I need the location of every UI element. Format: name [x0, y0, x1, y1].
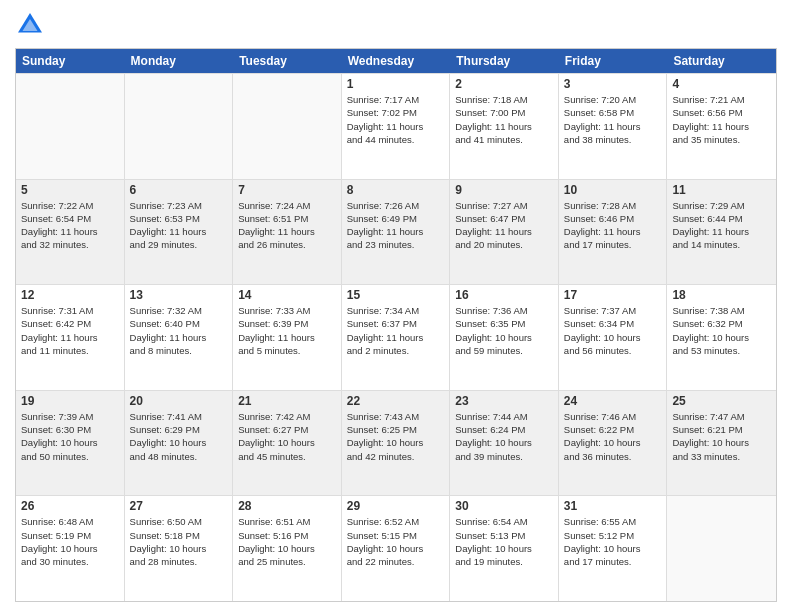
calendar-cell: 4Sunrise: 7:21 AM Sunset: 6:56 PM Daylig… [667, 74, 776, 179]
day-number: 27 [130, 499, 228, 513]
calendar-cell: 10Sunrise: 7:28 AM Sunset: 6:46 PM Dayli… [559, 180, 668, 285]
cell-info: Sunrise: 7:33 AM Sunset: 6:39 PM Dayligh… [238, 304, 336, 357]
calendar-cell: 23Sunrise: 7:44 AM Sunset: 6:24 PM Dayli… [450, 391, 559, 496]
calendar-cell: 19Sunrise: 7:39 AM Sunset: 6:30 PM Dayli… [16, 391, 125, 496]
cell-info: Sunrise: 7:27 AM Sunset: 6:47 PM Dayligh… [455, 199, 553, 252]
calendar-cell [667, 496, 776, 601]
calendar-cell: 17Sunrise: 7:37 AM Sunset: 6:34 PM Dayli… [559, 285, 668, 390]
calendar-cell: 3Sunrise: 7:20 AM Sunset: 6:58 PM Daylig… [559, 74, 668, 179]
calendar-cell: 29Sunrise: 6:52 AM Sunset: 5:15 PM Dayli… [342, 496, 451, 601]
cell-info: Sunrise: 7:44 AM Sunset: 6:24 PM Dayligh… [455, 410, 553, 463]
calendar-cell: 7Sunrise: 7:24 AM Sunset: 6:51 PM Daylig… [233, 180, 342, 285]
day-number: 25 [672, 394, 771, 408]
calendar-cell: 25Sunrise: 7:47 AM Sunset: 6:21 PM Dayli… [667, 391, 776, 496]
calendar: SundayMondayTuesdayWednesdayThursdayFrid… [15, 48, 777, 602]
calendar-cell: 2Sunrise: 7:18 AM Sunset: 7:00 PM Daylig… [450, 74, 559, 179]
calendar-cell [16, 74, 125, 179]
weekday-header: Wednesday [342, 49, 451, 73]
calendar-cell: 5Sunrise: 7:22 AM Sunset: 6:54 PM Daylig… [16, 180, 125, 285]
weekday-header: Tuesday [233, 49, 342, 73]
calendar-cell: 6Sunrise: 7:23 AM Sunset: 6:53 PM Daylig… [125, 180, 234, 285]
cell-info: Sunrise: 6:55 AM Sunset: 5:12 PM Dayligh… [564, 515, 662, 568]
logo-icon [15, 10, 45, 40]
calendar-cell: 28Sunrise: 6:51 AM Sunset: 5:16 PM Dayli… [233, 496, 342, 601]
day-number: 14 [238, 288, 336, 302]
day-number: 5 [21, 183, 119, 197]
day-number: 13 [130, 288, 228, 302]
day-number: 9 [455, 183, 553, 197]
cell-info: Sunrise: 7:31 AM Sunset: 6:42 PM Dayligh… [21, 304, 119, 357]
cell-info: Sunrise: 7:24 AM Sunset: 6:51 PM Dayligh… [238, 199, 336, 252]
calendar-cell: 30Sunrise: 6:54 AM Sunset: 5:13 PM Dayli… [450, 496, 559, 601]
calendar-cell [125, 74, 234, 179]
day-number: 28 [238, 499, 336, 513]
calendar-cell: 31Sunrise: 6:55 AM Sunset: 5:12 PM Dayli… [559, 496, 668, 601]
day-number: 11 [672, 183, 771, 197]
calendar-cell: 18Sunrise: 7:38 AM Sunset: 6:32 PM Dayli… [667, 285, 776, 390]
day-number: 2 [455, 77, 553, 91]
cell-info: Sunrise: 6:54 AM Sunset: 5:13 PM Dayligh… [455, 515, 553, 568]
calendar-cell: 24Sunrise: 7:46 AM Sunset: 6:22 PM Dayli… [559, 391, 668, 496]
cell-info: Sunrise: 6:48 AM Sunset: 5:19 PM Dayligh… [21, 515, 119, 568]
calendar-cell: 21Sunrise: 7:42 AM Sunset: 6:27 PM Dayli… [233, 391, 342, 496]
calendar-row: 1Sunrise: 7:17 AM Sunset: 7:02 PM Daylig… [16, 73, 776, 179]
cell-info: Sunrise: 7:18 AM Sunset: 7:00 PM Dayligh… [455, 93, 553, 146]
day-number: 23 [455, 394, 553, 408]
cell-info: Sunrise: 7:46 AM Sunset: 6:22 PM Dayligh… [564, 410, 662, 463]
cell-info: Sunrise: 7:47 AM Sunset: 6:21 PM Dayligh… [672, 410, 771, 463]
day-number: 18 [672, 288, 771, 302]
cell-info: Sunrise: 7:43 AM Sunset: 6:25 PM Dayligh… [347, 410, 445, 463]
day-number: 20 [130, 394, 228, 408]
calendar-body: 1Sunrise: 7:17 AM Sunset: 7:02 PM Daylig… [16, 73, 776, 601]
day-number: 8 [347, 183, 445, 197]
cell-info: Sunrise: 7:41 AM Sunset: 6:29 PM Dayligh… [130, 410, 228, 463]
weekday-header: Thursday [450, 49, 559, 73]
day-number: 16 [455, 288, 553, 302]
cell-info: Sunrise: 7:37 AM Sunset: 6:34 PM Dayligh… [564, 304, 662, 357]
cell-info: Sunrise: 7:17 AM Sunset: 7:02 PM Dayligh… [347, 93, 445, 146]
day-number: 21 [238, 394, 336, 408]
cell-info: Sunrise: 6:52 AM Sunset: 5:15 PM Dayligh… [347, 515, 445, 568]
calendar-cell: 14Sunrise: 7:33 AM Sunset: 6:39 PM Dayli… [233, 285, 342, 390]
day-number: 6 [130, 183, 228, 197]
day-number: 7 [238, 183, 336, 197]
calendar-cell: 12Sunrise: 7:31 AM Sunset: 6:42 PM Dayli… [16, 285, 125, 390]
calendar-header: SundayMondayTuesdayWednesdayThursdayFrid… [16, 49, 776, 73]
day-number: 30 [455, 499, 553, 513]
day-number: 10 [564, 183, 662, 197]
calendar-cell: 11Sunrise: 7:29 AM Sunset: 6:44 PM Dayli… [667, 180, 776, 285]
calendar-cell: 15Sunrise: 7:34 AM Sunset: 6:37 PM Dayli… [342, 285, 451, 390]
day-number: 1 [347, 77, 445, 91]
calendar-cell: 9Sunrise: 7:27 AM Sunset: 6:47 PM Daylig… [450, 180, 559, 285]
page: SundayMondayTuesdayWednesdayThursdayFrid… [0, 0, 792, 612]
weekday-header: Friday [559, 49, 668, 73]
day-number: 12 [21, 288, 119, 302]
day-number: 4 [672, 77, 771, 91]
cell-info: Sunrise: 7:20 AM Sunset: 6:58 PM Dayligh… [564, 93, 662, 146]
cell-info: Sunrise: 7:28 AM Sunset: 6:46 PM Dayligh… [564, 199, 662, 252]
cell-info: Sunrise: 7:23 AM Sunset: 6:53 PM Dayligh… [130, 199, 228, 252]
calendar-row: 26Sunrise: 6:48 AM Sunset: 5:19 PM Dayli… [16, 495, 776, 601]
day-number: 24 [564, 394, 662, 408]
calendar-row: 19Sunrise: 7:39 AM Sunset: 6:30 PM Dayli… [16, 390, 776, 496]
day-number: 29 [347, 499, 445, 513]
calendar-cell: 20Sunrise: 7:41 AM Sunset: 6:29 PM Dayli… [125, 391, 234, 496]
calendar-cell: 8Sunrise: 7:26 AM Sunset: 6:49 PM Daylig… [342, 180, 451, 285]
day-number: 22 [347, 394, 445, 408]
calendar-cell: 16Sunrise: 7:36 AM Sunset: 6:35 PM Dayli… [450, 285, 559, 390]
day-number: 17 [564, 288, 662, 302]
cell-info: Sunrise: 7:42 AM Sunset: 6:27 PM Dayligh… [238, 410, 336, 463]
day-number: 19 [21, 394, 119, 408]
calendar-cell: 26Sunrise: 6:48 AM Sunset: 5:19 PM Dayli… [16, 496, 125, 601]
calendar-cell: 27Sunrise: 6:50 AM Sunset: 5:18 PM Dayli… [125, 496, 234, 601]
calendar-row: 12Sunrise: 7:31 AM Sunset: 6:42 PM Dayli… [16, 284, 776, 390]
header [15, 10, 777, 40]
cell-info: Sunrise: 6:51 AM Sunset: 5:16 PM Dayligh… [238, 515, 336, 568]
calendar-cell: 13Sunrise: 7:32 AM Sunset: 6:40 PM Dayli… [125, 285, 234, 390]
weekday-header: Sunday [16, 49, 125, 73]
cell-info: Sunrise: 7:26 AM Sunset: 6:49 PM Dayligh… [347, 199, 445, 252]
cell-info: Sunrise: 7:22 AM Sunset: 6:54 PM Dayligh… [21, 199, 119, 252]
logo [15, 10, 49, 40]
day-number: 31 [564, 499, 662, 513]
weekday-header: Saturday [667, 49, 776, 73]
